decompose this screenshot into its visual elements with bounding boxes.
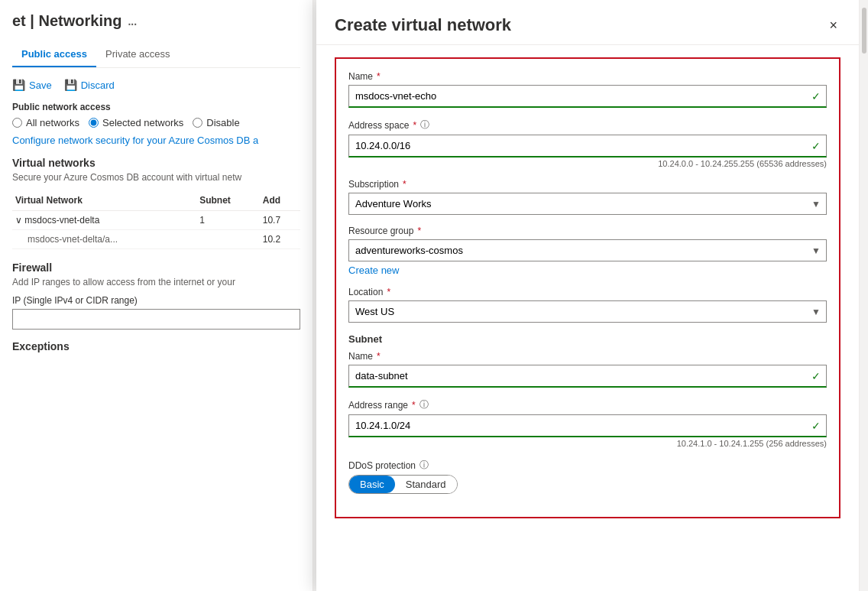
save-button[interactable]: 💾 Save <box>12 79 52 91</box>
ddos-toggle-group: Basic Standard <box>348 475 458 494</box>
vnet-subnet-1: 1 <box>196 211 260 230</box>
toolbar: 💾 Save 💾 Discard <box>12 79 300 91</box>
address-space-check-icon: ✓ <box>811 140 821 152</box>
address-space-required-star: * <box>413 120 416 131</box>
name-required-star: * <box>377 71 381 82</box>
address-space-info-icon[interactable]: ⓘ <box>420 119 429 132</box>
subscription-select[interactable]: Adventure Works <box>348 193 827 215</box>
radio-selected-networks[interactable]: Selected networks <box>89 117 183 128</box>
form-group-subnet-name: Name * ✓ <box>348 351 827 388</box>
address-space-hint: 10.24.0.0 - 10.24.255.255 (65536 address… <box>348 159 827 168</box>
radio-group: All networks Selected networks Disable <box>12 117 300 128</box>
tab-private-access[interactable]: Private access <box>96 42 180 67</box>
panel-title: Create virtual network <box>335 15 511 35</box>
vnet-name-1: ∨ msdocs-vnet-delta <box>12 211 196 230</box>
discard-button[interactable]: 💾 Discard <box>64 79 115 91</box>
ddos-standard-option[interactable]: Standard <box>395 476 457 493</box>
address-space-input[interactable] <box>348 135 827 157</box>
name-input[interactable] <box>348 85 827 108</box>
resource-group-required-star: * <box>417 226 421 236</box>
name-check-icon: ✓ <box>811 90 821 102</box>
form-group-address-space: Address space * ⓘ ✓ 10.24.0.0 - 10.24.25… <box>348 119 827 168</box>
tabs-row: Public access Private access <box>12 42 300 68</box>
page-title-area: et | Networking ... <box>12 12 300 30</box>
vnet-name-2: msdocs-vnet-delta/a... <box>12 230 196 249</box>
table-row: msdocs-vnet-delta/a... 10.2 <box>12 230 300 249</box>
address-range-input[interactable] <box>348 414 827 437</box>
location-label: Location * <box>348 287 827 297</box>
name-input-wrapper: ✓ <box>348 85 827 108</box>
scrollbar-thumb <box>862 8 866 54</box>
location-required-star: * <box>387 287 390 297</box>
address-range-check-icon: ✓ <box>811 420 821 432</box>
subscription-label: Subscription * <box>348 179 827 190</box>
location-select[interactable]: West US <box>348 300 827 323</box>
virtual-networks-desc: Secure your Azure Cosmos DB account with… <box>12 172 300 183</box>
subnet-name-label: Name * <box>348 351 827 362</box>
panel-body: Name * ✓ Address space * ⓘ <box>316 45 859 591</box>
form-border-box: Name * ✓ Address space * ⓘ <box>335 57 840 518</box>
close-button[interactable]: × <box>826 15 840 35</box>
radio-disable[interactable]: Disable <box>193 117 239 128</box>
public-network-label: Public network access <box>12 102 300 112</box>
resource-group-label: Resource group * <box>348 226 827 236</box>
form-group-ddos: DDoS protection ⓘ Basic Standard <box>348 459 827 494</box>
subnet-section-label: Subnet <box>348 333 827 345</box>
panel-header: Create virtual network × <box>316 0 859 45</box>
vnet-subnet-2 <box>196 230 260 249</box>
create-new-link[interactable]: Create new <box>348 265 399 276</box>
resource-group-select[interactable]: adventureworks-cosmos <box>348 239 827 261</box>
vnet-table: Virtual Network Subnet Add ∨ msdocs-vnet… <box>12 190 300 249</box>
address-space-input-wrapper: ✓ <box>348 135 827 157</box>
firewall-title: Firewall <box>12 261 300 274</box>
address-range-hint: 10.24.1.0 - 10.24.1.255 (256 addresses) <box>348 439 827 448</box>
subnet-name-input-wrapper: ✓ <box>348 365 827 388</box>
virtual-networks-title: Virtual networks <box>12 157 300 169</box>
subnet-name-input[interactable] <box>348 365 827 388</box>
ip-input[interactable] <box>12 309 300 330</box>
save-icon: 💾 <box>12 79 25 91</box>
exceptions-title: Exceptions <box>12 340 300 352</box>
radio-all-networks[interactable]: All networks <box>12 117 79 128</box>
ip-label: IP (Single IPv4 or CIDR range) <box>12 295 300 306</box>
location-select-wrapper: West US ▼ <box>348 300 827 323</box>
right-scrollbar[interactable] <box>859 0 868 591</box>
page-title-text: et | Networking <box>12 12 121 30</box>
form-group-subscription: Subscription * Adventure Works ▼ <box>348 179 827 215</box>
col-address: Add <box>260 190 300 211</box>
subscription-select-wrapper: Adventure Works ▼ <box>348 193 827 215</box>
table-row: ∨ msdocs-vnet-delta 1 10.7 <box>12 211 300 230</box>
name-label: Name * <box>348 71 827 82</box>
network-security-link[interactable]: Configure network security for your Azur… <box>12 135 258 146</box>
vnet-addr-2: 10.2 <box>260 230 300 249</box>
resource-group-select-wrapper: adventureworks-cosmos ▼ <box>348 239 827 261</box>
vnet-addr-1: 10.7 <box>260 211 300 230</box>
form-group-location: Location * West US ▼ <box>348 287 827 323</box>
address-range-info-icon[interactable]: ⓘ <box>419 398 429 411</box>
ddos-toggle-row: Basic Standard <box>348 475 827 494</box>
address-range-input-wrapper: ✓ <box>348 414 827 437</box>
ellipsis-menu[interactable]: ... <box>128 15 137 28</box>
ddos-info-icon[interactable]: ⓘ <box>419 459 429 472</box>
address-range-required-star: * <box>412 400 416 411</box>
firewall-desc: Add IP ranges to allow access from the i… <box>12 277 300 287</box>
subnet-name-check-icon: ✓ <box>811 370 821 382</box>
right-panel: Create virtual network × Name * ✓ <box>313 0 868 591</box>
subnet-section: Subnet Name * ✓ <box>348 333 827 448</box>
ddos-label: DDoS protection ⓘ <box>348 459 827 472</box>
form-group-resource-group: Resource group * adventureworks-cosmos ▼… <box>348 226 827 276</box>
address-space-label: Address space * ⓘ <box>348 119 827 132</box>
form-group-address-range: Address range * ⓘ ✓ 10.24.1.0 - 10.24.1.… <box>348 398 827 448</box>
address-range-label: Address range * ⓘ <box>348 398 827 411</box>
col-virtual-network: Virtual Network <box>12 190 196 211</box>
left-panel: et | Networking ... Public access Privat… <box>0 0 313 591</box>
tab-public-access[interactable]: Public access <box>12 42 96 67</box>
col-subnet: Subnet <box>196 190 260 211</box>
create-vnet-panel: Create virtual network × Name * ✓ <box>316 0 859 591</box>
form-group-name: Name * ✓ <box>348 71 827 108</box>
subnet-name-required-star: * <box>377 351 381 362</box>
firewall-section: Firewall Add IP ranges to allow access f… <box>12 261 300 330</box>
subscription-required-star: * <box>403 179 406 190</box>
ddos-basic-option[interactable]: Basic <box>349 476 395 493</box>
discard-icon: 💾 <box>64 79 77 91</box>
